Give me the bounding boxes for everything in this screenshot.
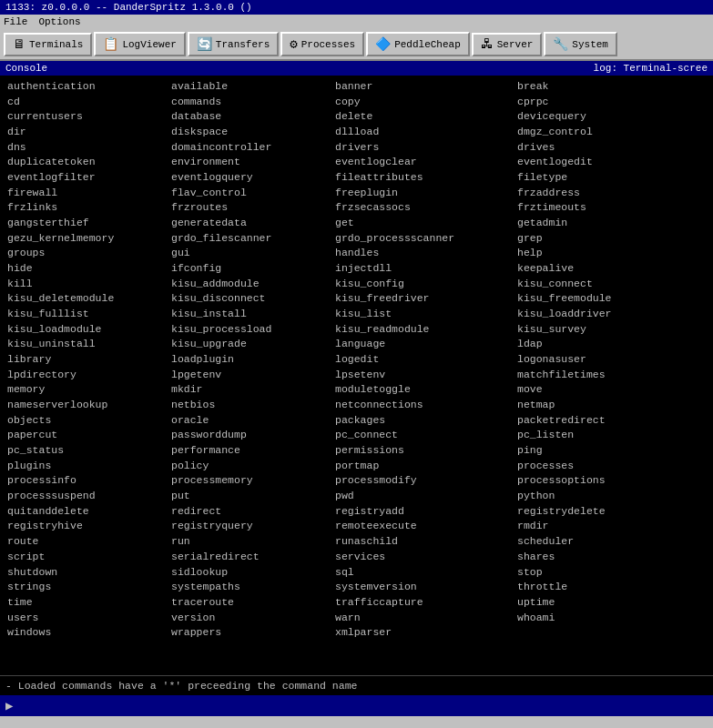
command-cell: hide xyxy=(5,261,169,277)
command-cell: ifconfig xyxy=(169,261,333,277)
toolbar-icon-transfers: 🔄 xyxy=(197,36,212,52)
command-cell: freeplugin xyxy=(333,186,515,201)
command-cell: groups xyxy=(5,246,169,261)
command-cell: kisu_readmodule xyxy=(333,322,515,338)
command-cell: mkdir xyxy=(169,382,333,398)
command-cell: kill xyxy=(5,277,169,292)
command-cell: help xyxy=(515,246,679,261)
command-cell: shutdown xyxy=(5,565,169,581)
command-cell: policy xyxy=(169,459,333,474)
command-cell: sql xyxy=(333,565,515,581)
command-cell: loadplugin xyxy=(169,352,333,368)
command-cell: getadmin xyxy=(515,216,679,231)
command-cell: scheduler xyxy=(515,534,679,550)
toolbar-btn-peddlecheap[interactable]: 🔷PeddleCheap xyxy=(366,32,470,56)
command-cell: handles xyxy=(333,246,515,261)
command-cell: registryquery xyxy=(169,519,333,534)
command-cell: break xyxy=(515,79,679,95)
toolbar-btn-server[interactable]: 🖧Server xyxy=(472,33,543,56)
command-cell: dns xyxy=(5,140,169,156)
command-cell: pc_status xyxy=(5,443,169,459)
toolbar-icon-server: 🖧 xyxy=(481,37,494,52)
command-cell: kisu_deletemodule xyxy=(5,291,169,307)
command-cell: papercut xyxy=(5,428,169,443)
command-cell: gui xyxy=(169,246,333,261)
command-cell: services xyxy=(333,550,515,565)
command-input[interactable] xyxy=(18,700,708,713)
command-cell: cd xyxy=(5,95,169,110)
command-cell: performance xyxy=(169,443,333,459)
menu-options[interactable]: Options xyxy=(38,16,80,27)
command-cell: objects xyxy=(5,413,169,429)
toolbar-icon-peddlecheap: 🔷 xyxy=(375,36,391,52)
command-cell: gangsterthief xyxy=(5,216,169,231)
command-cell: commands xyxy=(169,95,333,110)
command-cell: frzsecassocs xyxy=(333,200,515,216)
command-cell: database xyxy=(169,109,333,125)
command-cell: grdo_filescanner xyxy=(169,231,333,247)
command-cell: wrappers xyxy=(169,625,333,641)
command-cell: dllload xyxy=(333,125,515,140)
command-cell: eventlogclear xyxy=(333,155,515,170)
command-cell: time xyxy=(5,595,169,611)
command-cell: systemversion xyxy=(333,580,515,595)
command-cell: trafficcapture xyxy=(333,595,515,611)
command-cell: kisu_processload xyxy=(169,322,333,338)
command-cell: kisu_addmodule xyxy=(169,277,333,292)
command-cell: ping xyxy=(515,443,679,459)
command-cell: get xyxy=(333,216,515,231)
command-cell: kisu_upgrade xyxy=(169,337,333,352)
command-cell: strings xyxy=(5,580,169,595)
command-grid: authenticationavailablebannerbreakcdcomm… xyxy=(5,79,708,641)
command-cell: banner xyxy=(333,79,515,95)
command-cell: pwd xyxy=(333,489,515,504)
input-bar: ▶ xyxy=(0,695,713,716)
command-cell: matchfiletimes xyxy=(515,368,679,383)
command-cell: dmgz_control xyxy=(515,125,679,140)
command-cell: packages xyxy=(333,413,515,429)
console-label: Console xyxy=(5,63,47,74)
toolbar-btn-system[interactable]: 🔧System xyxy=(544,32,617,56)
command-cell: grdo_processscanner xyxy=(333,231,515,247)
command-cell: processsuspend xyxy=(5,489,169,504)
command-cell: firewall xyxy=(5,186,169,201)
toolbar-btn-transfers[interactable]: 🔄Transfers xyxy=(188,32,279,56)
command-cell: netmap xyxy=(515,398,679,413)
command-cell: processes xyxy=(515,459,679,474)
command-cell: pc_listen xyxy=(515,428,679,443)
console-log: log: Terminal-scree xyxy=(594,63,708,74)
command-cell: serialredirect xyxy=(169,550,333,565)
toolbar-btn-logviewer[interactable]: 📋LogViewer xyxy=(94,32,185,56)
command-cell: netconnections xyxy=(333,398,515,413)
toolbar-btn-processes[interactable]: ⚙Processes xyxy=(280,32,364,56)
toolbar-btn-terminals[interactable]: 🖥Terminals xyxy=(4,33,92,56)
command-cell: frztimeouts xyxy=(515,200,679,216)
command-cell: sidlookup xyxy=(169,565,333,581)
command-cell: duplicatetoken xyxy=(5,155,169,170)
command-cell: delete xyxy=(333,109,515,125)
input-icon: ▶ xyxy=(5,698,13,713)
command-cell: available xyxy=(169,79,333,95)
command-cell: version xyxy=(169,611,333,626)
command-cell: python xyxy=(515,489,679,504)
command-cell: kisu_uninstall xyxy=(5,337,169,352)
menu-file[interactable]: File xyxy=(4,16,27,27)
command-cell: library xyxy=(5,352,169,368)
command-cell xyxy=(515,625,679,641)
command-cell: flav_control xyxy=(169,186,333,201)
command-cell: memory xyxy=(5,382,169,398)
command-cell: script xyxy=(5,550,169,565)
command-cell: plugins xyxy=(5,459,169,474)
command-cell: processinfo xyxy=(5,473,169,489)
command-cell: remoteexecute xyxy=(333,519,515,534)
command-cell: eventlogedit xyxy=(515,155,679,170)
command-cell: kisu_freedriver xyxy=(333,291,515,307)
command-cell: kisu_loadmodule xyxy=(5,322,169,338)
title-bar: 1133: z0.0.0.0 -- DanderSpritz 1.3.0.0 (… xyxy=(0,0,713,15)
command-cell: nameserverlookup xyxy=(5,398,169,413)
console-area[interactable]: authenticationavailablebannerbreakcdcomm… xyxy=(0,76,713,675)
command-cell: rmdir xyxy=(515,519,679,534)
command-cell: kisu_connect xyxy=(515,277,679,292)
command-cell: move xyxy=(515,382,679,398)
command-cell: generatedata xyxy=(169,216,333,231)
